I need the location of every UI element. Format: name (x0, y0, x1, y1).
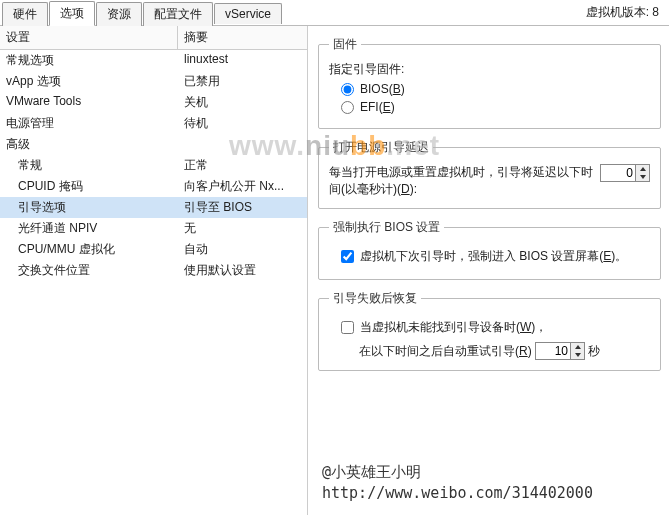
radio-bios-label: BIOS(B) (360, 82, 405, 96)
list-item-summary (178, 135, 307, 154)
column-summary[interactable]: 摘要 (178, 26, 307, 49)
list-item[interactable]: 高级 (0, 134, 307, 155)
delay-down[interactable] (636, 173, 649, 181)
tab-bar: 硬件 选项 资源 配置文件 vService 虚拟机版本: 8 (0, 0, 669, 26)
settings-list: 设置 摘要 常规选项linuxtestvApp 选项已禁用VMware Tool… (0, 26, 308, 515)
force-bios-label: 虚拟机下次引导时，强制进入 BIOS 设置屏幕(E)。 (360, 248, 627, 265)
list-item-summary: 已禁用 (178, 72, 307, 91)
boot-fail-checkbox[interactable] (341, 321, 354, 334)
list-item-setting: CPUID 掩码 (0, 177, 178, 196)
tab-vservice[interactable]: vService (214, 3, 282, 24)
list-item[interactable]: 引导选项引导至 BIOS (0, 197, 307, 218)
retry-input[interactable] (536, 343, 570, 359)
list-item[interactable]: 常规选项linuxtest (0, 50, 307, 71)
list-item-summary: 正常 (178, 156, 307, 175)
chevron-up-icon (575, 345, 581, 349)
boot-fail-label: 当虚拟机未能找到引导设备时(W)， (360, 319, 547, 336)
list-item-setting: VMware Tools (0, 93, 178, 112)
tab-resources[interactable]: 资源 (96, 2, 142, 26)
list-item-setting: 交换文件位置 (0, 261, 178, 280)
list-item-summary: 引导至 BIOS (178, 198, 307, 217)
list-item[interactable]: vApp 选项已禁用 (0, 71, 307, 92)
boot-fail-legend: 引导失败后恢复 (329, 290, 421, 307)
firmware-prompt: 指定引导固件: (329, 61, 650, 78)
detail-panel: 固件 指定引导固件: BIOS(B) EFI(E) 打开电源引导延迟 每当打开电… (308, 26, 669, 515)
force-bios-group: 强制执行 BIOS 设置 虚拟机下次引导时，强制进入 BIOS 设置屏幕(E)。 (318, 219, 661, 280)
list-item-summary: 关机 (178, 93, 307, 112)
list-item[interactable]: 电源管理待机 (0, 113, 307, 134)
list-item-setting: 常规 (0, 156, 178, 175)
boot-fail-group: 引导失败后恢复 当虚拟机未能找到引导设备时(W)， 在以下时间之后自动重试引导(… (318, 290, 661, 371)
delay-group: 打开电源引导延迟 每当打开电源或重置虚拟机时，引导将延迟以下时 间(以毫秒计)(… (318, 139, 661, 209)
chevron-up-icon (640, 167, 646, 171)
delay-input[interactable] (601, 165, 635, 181)
chevron-down-icon (640, 175, 646, 179)
list-item[interactable]: VMware Tools关机 (0, 92, 307, 113)
delay-text-1: 每当打开电源或重置虚拟机时，引导将延迟以下时 (329, 164, 594, 181)
list-item-summary: 无 (178, 219, 307, 238)
boot-fail-inner-after: 秒 (588, 343, 600, 360)
list-item-setting: 电源管理 (0, 114, 178, 133)
list-item-summary: 待机 (178, 114, 307, 133)
list-item-setting: 引导选项 (0, 198, 178, 217)
boot-fail-inner-before: 在以下时间之后自动重试引导(R) (359, 343, 532, 360)
firmware-group: 固件 指定引导固件: BIOS(B) EFI(E) (318, 36, 661, 129)
radio-bios[interactable] (341, 83, 354, 96)
credit: @小英雄王小明 http://www.weibo.com/314402000 (322, 462, 593, 504)
credit-author: @小英雄王小明 (322, 462, 593, 483)
list-item[interactable]: CPU/MMU 虚拟化自动 (0, 239, 307, 260)
delay-up[interactable] (636, 165, 649, 173)
force-bios-checkbox[interactable] (341, 250, 354, 263)
list-item-summary: 使用默认设置 (178, 261, 307, 280)
list-item-setting: 光纤通道 NPIV (0, 219, 178, 238)
list-item-summary: 自动 (178, 240, 307, 259)
vm-version-label: 虚拟机版本: 8 (586, 4, 667, 21)
list-item-setting: 高级 (0, 135, 178, 154)
retry-up[interactable] (571, 343, 584, 351)
credit-url: http://www.weibo.com/314402000 (322, 483, 593, 504)
delay-spinner[interactable] (600, 164, 650, 182)
list-item-summary: 向客户机公开 Nx... (178, 177, 307, 196)
list-item[interactable]: 交换文件位置使用默认设置 (0, 260, 307, 281)
list-item-setting: CPU/MMU 虚拟化 (0, 240, 178, 259)
list-item[interactable]: CPUID 掩码向客户机公开 Nx... (0, 176, 307, 197)
tab-hardware[interactable]: 硬件 (2, 2, 48, 26)
force-bios-legend: 强制执行 BIOS 设置 (329, 219, 444, 236)
delay-legend: 打开电源引导延迟 (329, 139, 433, 156)
chevron-down-icon (575, 353, 581, 357)
list-item-setting: vApp 选项 (0, 72, 178, 91)
retry-down[interactable] (571, 351, 584, 359)
column-setting[interactable]: 设置 (0, 26, 178, 49)
tab-options[interactable]: 选项 (49, 1, 95, 26)
list-item[interactable]: 常规正常 (0, 155, 307, 176)
firmware-legend: 固件 (329, 36, 361, 53)
list-item-setting: 常规选项 (0, 51, 178, 70)
radio-efi[interactable] (341, 101, 354, 114)
list-item[interactable]: 光纤通道 NPIV无 (0, 218, 307, 239)
retry-spinner[interactable] (535, 342, 585, 360)
list-item-summary: linuxtest (178, 51, 307, 70)
tab-profiles[interactable]: 配置文件 (143, 2, 213, 26)
radio-efi-label: EFI(E) (360, 100, 395, 114)
delay-text-2: 间(以毫秒计)(D): (329, 182, 417, 196)
